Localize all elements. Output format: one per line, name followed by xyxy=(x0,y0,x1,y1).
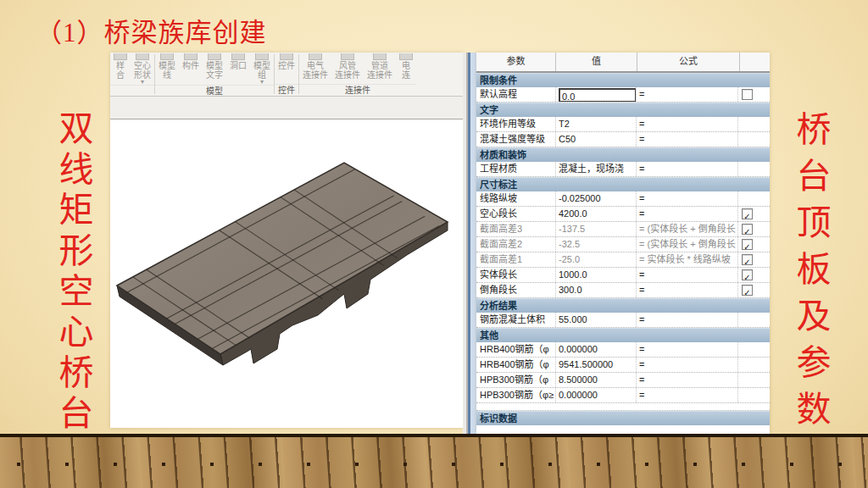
table-row: 截面高差1-25.0= 实体段长 * 线路纵坡✓ xyxy=(476,252,770,268)
ribbon-button-模型线[interactable]: 模型线 xyxy=(155,53,179,80)
ribbon-button-label: 风管 xyxy=(339,61,356,70)
tool-icon xyxy=(373,53,387,60)
param-formula-cell[interactable]: = xyxy=(636,313,737,327)
ribbon-group-name xyxy=(110,85,154,96)
param-formula-cell[interactable]: = xyxy=(636,117,737,131)
tool-icon xyxy=(114,53,127,60)
param-value-cell[interactable]: 300.0 xyxy=(555,283,636,297)
lock-checkbox[interactable]: ✓ xyxy=(742,269,753,280)
tool-icon xyxy=(231,53,245,60)
lock-checkbox[interactable]: ✓ xyxy=(742,285,753,296)
wood-floor xyxy=(0,434,868,488)
lock-checkbox[interactable]: ✓ xyxy=(742,224,753,235)
table-row: 默认高程0.0= xyxy=(476,87,770,103)
param-formula-cell[interactable]: = xyxy=(636,342,737,357)
param-formula-cell[interactable]: = (实体段长 + 倒角段长 xyxy=(636,222,737,236)
param-formula-cell[interactable]: = xyxy=(636,358,737,372)
lock-checkbox[interactable]: ✓ xyxy=(742,208,753,219)
param-value-cell[interactable]: 9541.500000 xyxy=(555,358,636,372)
section-header-限制条件: 限制条件 xyxy=(476,73,770,87)
ribbon-button-label: 构件 xyxy=(182,61,199,70)
param-value-cell[interactable]: 0.000000 xyxy=(555,342,636,357)
param-value-cell[interactable]: -32.5 xyxy=(555,237,636,252)
ribbon-button-空心形状[interactable]: 空心形状▾ xyxy=(131,53,154,85)
ribbon-group-模型: 模型线构件模型文字洞口模型组▾模型 xyxy=(155,53,274,96)
param-value-cell[interactable]: T2 xyxy=(555,117,636,131)
column-header-value: 值 xyxy=(556,53,637,71)
ribbon-button-label: 电 xyxy=(402,61,410,70)
section-header-尺寸标注: 尺寸标注 xyxy=(476,177,770,191)
ribbon-button-模型文字[interactable]: 模型文字 xyxy=(203,53,226,80)
param-value-cell[interactable]: -137.5 xyxy=(555,222,636,236)
param-lock-cell: ✓ xyxy=(737,207,770,221)
param-name: 混凝土强度等级 xyxy=(476,132,555,147)
column-header-parameter: 参数 xyxy=(476,53,556,71)
ribbon-button-label: 合 xyxy=(116,70,125,80)
ribbon-group-name: 连接件 xyxy=(299,84,416,96)
lock-checkbox[interactable]: ✓ xyxy=(742,239,753,250)
ribbon-button-label: 模型 xyxy=(253,61,270,70)
tool-icon xyxy=(136,53,149,60)
param-value-cell[interactable]: 混凝土，现场浇 xyxy=(555,162,636,176)
ribbon-button-模型组[interactable]: 模型组▾ xyxy=(250,53,274,85)
param-value-cell[interactable]: 55.000 xyxy=(555,313,636,327)
ribbon-button-label: 空心 xyxy=(134,61,151,70)
param-value-cell[interactable]: 8.500000 xyxy=(555,373,636,387)
param-name: HPB300钢筋（φ≥ xyxy=(476,388,555,402)
param-value-cell[interactable]: 0.000000 xyxy=(555,388,636,402)
param-formula-cell[interactable]: = xyxy=(636,373,737,387)
param-formula-cell[interactable]: = xyxy=(636,388,737,402)
value-input[interactable]: 0.0 xyxy=(559,88,636,102)
ribbon-button-label: 连 xyxy=(402,70,410,80)
ribbon-button-label: 洞口 xyxy=(230,61,247,70)
ribbon-button-管道连接件[interactable]: 管道连接件 xyxy=(364,53,396,80)
section-header-材质和装饰: 材质和装饰 xyxy=(476,147,770,162)
ribbon-button-样合[interactable]: 样合 xyxy=(110,53,131,80)
table-row: HPB300钢筋（φ≥0.000000= xyxy=(476,388,770,403)
param-lock-cell xyxy=(737,373,770,387)
ribbon-button-控件[interactable]: 控件 xyxy=(275,53,298,70)
param-formula-cell[interactable]: = xyxy=(636,283,737,297)
lock-checkbox[interactable]: ✓ xyxy=(742,254,753,265)
ribbon-button-洞口[interactable]: 洞口 xyxy=(226,53,250,70)
lock-checkbox[interactable] xyxy=(742,89,753,100)
param-value-cell[interactable]: -0.025000 xyxy=(555,191,636,206)
param-formula-cell[interactable]: = xyxy=(636,268,737,282)
param-formula-cell[interactable]: = xyxy=(636,207,737,221)
param-value-cell[interactable]: 1000.0 xyxy=(555,268,636,282)
param-formula-cell[interactable]: = xyxy=(636,87,737,102)
column-header-formula: 公式 xyxy=(637,53,740,71)
param-value-cell[interactable]: -25.0 xyxy=(555,252,636,267)
param-formula-cell[interactable]: = xyxy=(636,191,737,206)
param-formula-cell[interactable]: = 实体段长 * 线路纵坡 xyxy=(636,252,737,267)
bridge-abutment-3d-model[interactable] xyxy=(110,119,463,428)
param-lock-cell xyxy=(737,342,770,357)
param-value-cell[interactable]: 0.0 xyxy=(555,87,636,102)
param-value-cell[interactable]: C50 xyxy=(555,132,636,147)
param-value-cell[interactable]: 4200.0 xyxy=(555,207,636,221)
table-body: 限制条件默认高程0.0=文字环境作用等级T2=混凝土强度等级C50=材质和装饰工… xyxy=(476,73,770,425)
ribbon-button-label: 连接件 xyxy=(367,70,392,80)
tool-icon xyxy=(309,53,322,60)
ribbon-button-电气连接件[interactable]: 电气连接件 xyxy=(299,53,331,80)
param-name: 截面高差1 xyxy=(476,252,555,267)
param-formula-cell[interactable]: = (实体段长 + 倒角段长 xyxy=(636,237,737,252)
ribbon-button-label: 管道 xyxy=(371,61,388,70)
table-row: 钢筋混凝土体积55.000= xyxy=(476,313,770,328)
ribbon-button-风管连接件[interactable]: 风管连接件 xyxy=(331,53,364,80)
model-viewport[interactable] xyxy=(110,119,463,428)
param-formula-cell[interactable]: = xyxy=(636,162,737,176)
ribbon-button-构件[interactable]: 构件 xyxy=(179,53,203,70)
table-row: 混凝土强度等级C50= xyxy=(476,132,770,147)
param-name: 默认高程 xyxy=(476,87,555,102)
param-lock-cell xyxy=(737,313,770,327)
ribbon-button-电连[interactable]: 电连 xyxy=(396,53,416,80)
param-name: HRB400钢筋（φ xyxy=(476,358,555,372)
param-lock-cell: ✓ xyxy=(737,252,770,267)
section-header-文字: 文字 xyxy=(476,103,770,117)
param-lock-cell xyxy=(737,388,770,402)
table-row: 截面高差3-137.5= (实体段长 + 倒角段长✓ xyxy=(476,222,770,237)
ribbon-group-name: 模型 xyxy=(155,85,274,97)
param-formula-cell[interactable]: = xyxy=(636,132,737,147)
table-row: 工程材质混凝土，现场浇= xyxy=(476,162,770,177)
